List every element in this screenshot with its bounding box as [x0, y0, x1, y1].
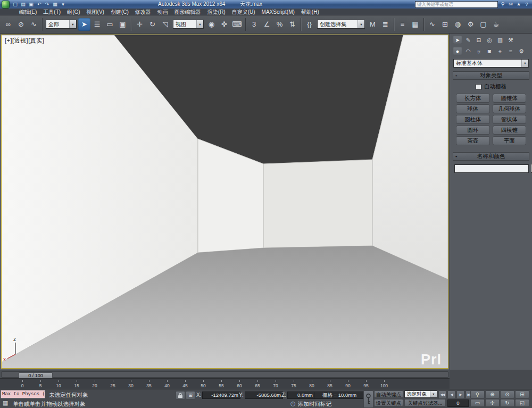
chevron-down-icon[interactable]: ▾ [358, 20, 364, 28]
time-slider-track[interactable]: 0 / 100 [1, 371, 448, 378]
mirror-icon[interactable]: M [367, 18, 379, 31]
set-key-button[interactable]: 设置关键点 [374, 399, 403, 406]
undo-icon[interactable]: ↶ [36, 1, 43, 8]
select-and-scale-icon[interactable]: ◹ [159, 18, 171, 31]
autogrid-checkbox[interactable] [476, 84, 481, 90]
orbit-icon[interactable]: ↻ [500, 399, 514, 407]
chevron-down-icon[interactable]: ▾ [430, 391, 437, 397]
systems-category[interactable]: ⚙ [517, 47, 526, 55]
open-file-icon[interactable]: ▤ [20, 1, 27, 8]
menu-item[interactable]: 帮助(H) [298, 9, 322, 15]
viewport-label[interactable]: [+][透视][真实] [5, 37, 44, 45]
use-pivot-point-icon[interactable]: ◉ [205, 18, 218, 31]
menu-item[interactable]: MAXScript(M) [259, 9, 298, 15]
motion-tab[interactable]: ◎ [485, 36, 494, 44]
auto-key-button[interactable]: 自动关键点 [374, 390, 403, 398]
zoom-all-icon[interactable]: ⊕ [485, 390, 500, 398]
zoom-extents-icon[interactable]: ⊙ [500, 390, 514, 398]
menu-item[interactable]: 渲染(R) [204, 9, 229, 15]
collapse-icon[interactable]: - [455, 72, 458, 78]
shapes-category[interactable]: ◠ [463, 47, 473, 55]
align-icon[interactable]: ≣ [379, 18, 392, 31]
primitive-category-dropdown[interactable]: 标准基本体 ▾ [453, 59, 529, 68]
x-coordinate-field[interactable]: -12409.72m [202, 392, 240, 399]
select-object-icon[interactable]: ➤ [78, 18, 90, 31]
helpers-category[interactable]: ⌖ [495, 47, 505, 55]
project-folder-icon[interactable]: ▦ [52, 1, 59, 8]
modify-tab[interactable]: ✎ [463, 36, 473, 44]
rollout-object-type[interactable]: - 对象类型 [453, 71, 529, 80]
edit-named-selection-sets-icon[interactable]: {} [303, 18, 315, 31]
communication-center-icon[interactable]: ✉ [508, 1, 514, 7]
menu-item[interactable]: 编辑(E) [16, 9, 40, 15]
utilities-tab[interactable]: ⚒ [506, 36, 516, 44]
rollout-name-color[interactable]: - 名称和颜色 [453, 152, 529, 161]
geometry-category[interactable]: ● [453, 47, 462, 55]
select-and-link-icon[interactable]: ∞ [2, 18, 14, 31]
curve-editor-icon[interactable]: ∿ [426, 18, 438, 31]
hierarchy-tab[interactable]: ⊟ [474, 36, 484, 44]
selection-lock-toggle[interactable] [176, 391, 185, 399]
cameras-category[interactable]: ◙ [485, 47, 494, 55]
object-type-button[interactable]: 球体 [456, 104, 490, 113]
favorites-icon[interactable]: ★ [516, 1, 522, 7]
quick-access-dropdown-icon[interactable]: ▾ [60, 1, 66, 8]
go-to-start-icon[interactable]: ◀◀ [438, 390, 446, 399]
current-frame-field[interactable]: 0 [447, 399, 469, 407]
material-editor-icon[interactable]: ◍ [452, 18, 464, 31]
search-icon[interactable]: ⚲ [500, 1, 506, 7]
track-bar[interactable]: 0510152025303540455055606570758085909510… [0, 378, 450, 389]
chevron-down-icon[interactable]: ▾ [521, 60, 528, 67]
layer-manager-icon[interactable]: ≡ [396, 18, 409, 31]
graphite-ribbon-icon[interactable]: ▦ [409, 18, 421, 31]
chevron-down-icon[interactable]: ▾ [69, 20, 76, 28]
object-type-button[interactable]: 管状体 [493, 115, 527, 124]
select-by-name-icon[interactable]: ☰ [91, 18, 103, 31]
select-and-rotate-icon[interactable]: ↻ [146, 18, 159, 31]
app-logo-icon[interactable] [2, 1, 10, 9]
menu-item[interactable]: 工具(T) [40, 9, 64, 15]
display-tab[interactable]: ▥ [495, 36, 505, 44]
angle-snap-icon[interactable]: ∠ [261, 18, 273, 31]
infocenter-search-input[interactable] [415, 1, 498, 8]
new-scene-icon[interactable]: ▢ [12, 1, 19, 8]
maxscript-mini-listener[interactable]: Max to Physcs ( [1, 390, 45, 398]
zoom-extents-all-icon[interactable]: ⊞ [515, 390, 529, 398]
object-type-button[interactable]: 几何球体 [493, 104, 527, 113]
space-warps-category[interactable]: ≈ [506, 47, 516, 55]
set-keys-button[interactable] [363, 390, 373, 408]
menu-item[interactable]: 组(G) [64, 9, 83, 15]
percent-snap-icon[interactable]: % [273, 18, 286, 31]
lights-category[interactable]: ☼ [474, 47, 484, 55]
collapse-icon[interactable]: - [455, 153, 458, 159]
create-tab[interactable]: ➤ [453, 36, 462, 44]
object-type-button[interactable]: 四棱锥 [493, 126, 527, 135]
object-type-button[interactable]: 圆柱体 [456, 115, 490, 124]
object-type-button[interactable]: 平面 [493, 136, 527, 145]
object-type-button[interactable]: 圆锥体 [493, 94, 527, 103]
perspective-viewport[interactable]: z x [+][透视][真实] Prl [0, 34, 450, 370]
zoom-icon[interactable]: ⚲ [470, 390, 485, 398]
zoom-region-icon[interactable]: ▭ [470, 399, 485, 407]
add-time-tag[interactable]: 添加时间标记 [298, 401, 331, 408]
play-icon[interactable]: ▶ [456, 390, 464, 399]
object-type-button[interactable]: 圆环 [456, 126, 490, 135]
bind-to-space-warp-icon[interactable]: ∿ [28, 18, 40, 31]
menu-item[interactable]: 创建(C) [107, 9, 132, 15]
render-setup-icon[interactable]: ⚙ [464, 18, 477, 31]
z-coordinate-field[interactable]: 0.0mm [287, 392, 315, 399]
redo-icon[interactable]: ↷ [44, 1, 51, 8]
previous-frame-icon[interactable]: ◀ [447, 390, 455, 399]
object-type-button[interactable]: 茶壶 [456, 136, 490, 145]
spinner-snap-icon[interactable]: ⇅ [286, 18, 298, 31]
object-type-button[interactable]: 长方体 [456, 94, 490, 103]
keyboard-override-icon[interactable]: ⌨ [231, 18, 243, 31]
named-selection-sets-dropdown[interactable]: 创建选择集▾ [317, 20, 365, 29]
selection-filter-dropdown[interactable]: 全部▾ [46, 20, 77, 29]
window-crossing-icon[interactable]: ▣ [117, 18, 129, 31]
rendered-frame-icon[interactable]: ▢ [477, 18, 489, 31]
maximize-viewport-icon[interactable]: ◱ [515, 399, 529, 407]
select-and-move-icon[interactable]: ✛ [134, 18, 146, 31]
key-filters-button[interactable]: 关键点过滤器... [404, 399, 446, 406]
snap-toggle-3d-icon[interactable]: 3 [248, 18, 260, 31]
